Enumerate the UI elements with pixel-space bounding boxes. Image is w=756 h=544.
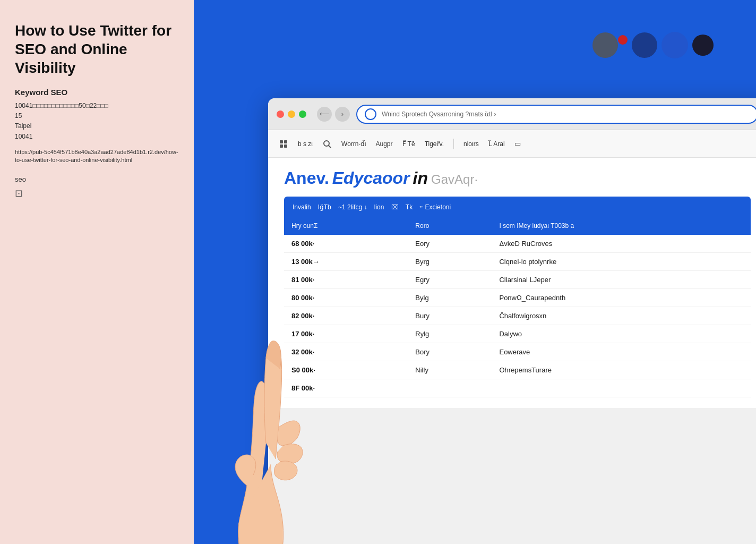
sidebar-meta: 10041□□□□□□□□□□□□50□22□□□ 15 Taipei 1004… <box>15 101 179 142</box>
heading-part2: Edycaoor <box>332 168 410 188</box>
meta-line2: 15 <box>15 112 22 120</box>
decor-circle-3 <box>632 32 657 58</box>
hand-group <box>235 341 303 544</box>
toolbar-btn-worn-ji[interactable]: Worrn·d̈ι <box>341 140 366 148</box>
table-row: 68 00k·EoryΔvkeD RuCroves <box>284 235 751 253</box>
table-cell-0-2: ΔvkeD RuCroves <box>492 235 751 253</box>
toolbar-btn-nloirs[interactable]: nloιrs <box>463 140 479 148</box>
toolbar-divider <box>453 139 454 149</box>
svg-rect-3 <box>284 144 287 148</box>
meta-postal: 10041 <box>15 133 32 140</box>
table-cell-0-1: Eory <box>408 235 492 253</box>
table-cell-3-1: Bylg <box>408 289 492 307</box>
page-heading: Anev. Edycaoor in GavAqr· <box>284 168 751 188</box>
toolbar-icon-3[interactable]: ▭ <box>514 140 521 148</box>
table-cell-0-0: 68 00k· <box>284 235 408 253</box>
browser-nav: ⟵ › <box>317 107 350 122</box>
table-cell-6-1: Bory <box>408 343 492 361</box>
svg-rect-1 <box>284 140 287 143</box>
svg-rect-0 <box>280 140 283 143</box>
address-icon <box>365 108 376 120</box>
table-head: Hry ounΣ Roro I sem IMey iudyaι T003b a <box>284 217 751 235</box>
traffic-lights <box>277 110 306 118</box>
table-cell-5-2: Dalywo <box>492 325 751 343</box>
hand-illustration <box>210 268 358 544</box>
table-cell-1-2: Clqnei-lo ptolynrke <box>492 253 751 271</box>
top-decorations <box>592 32 714 58</box>
heading-part4: GavAqr· <box>431 172 478 187</box>
decor-circle-5 <box>692 35 714 56</box>
decor-circle-4 <box>662 32 688 58</box>
hand-svg <box>210 268 358 544</box>
col-header-3: I sem IMey iudyaι T003b a <box>492 217 751 235</box>
table-cell-7-2: OhrepemsTurare <box>492 361 751 379</box>
table-cell-8-2 <box>492 379 751 397</box>
table-cell-7-1: Nilly <box>408 361 492 379</box>
table-header-bar: Invalih lg̈Tb ~1 2lifcg ↓ lion ⌧ Tk ≈ Ex… <box>284 197 751 217</box>
heading-part1: Anev. <box>284 168 329 188</box>
decor-circle-2 <box>618 35 628 45</box>
table-cell-6-2: Eowerave <box>492 343 751 361</box>
sidebar-tag-icon: ⊡ <box>15 188 179 199</box>
forward-button[interactable]: › <box>335 107 350 122</box>
table-cell-4-2: Čhalfowigrosxn <box>492 307 751 325</box>
table-cell-3-2: PonwΩ_Caurapednth <box>492 289 751 307</box>
table-cell-1-1: Byrg <box>408 253 492 271</box>
browser-chrome: ⟵ › Wnind Sprotech Qvsarroning ?rnats α̈… <box>268 98 756 130</box>
table-cell-8-1 <box>408 379 492 397</box>
meta-chars: □□□□□□□□□□□□50□22□□□ <box>32 102 108 109</box>
toolbar-btn-1[interactable]: b s zι <box>298 140 313 148</box>
col-header-2: Roro <box>408 217 492 235</box>
toolbar-btn-aral[interactable]: L̈ Aral <box>488 140 505 148</box>
sidebar: How to Use Twitter for SEO and Online Vi… <box>0 0 194 544</box>
table-cell-5-1: Rylg <box>408 325 492 343</box>
heading-part3: in <box>413 168 428 188</box>
sidebar-title: How to Use Twitter for SEO and Online Vi… <box>15 21 179 77</box>
meta-line1: 10041 <box>15 102 32 109</box>
meta-city: Taipei <box>15 122 31 130</box>
browser-toolbar: b s zι Worrn·d̈ι Augpr F̈ Tē Tiger̈v. nl… <box>268 130 756 158</box>
sidebar-tag: seo <box>15 175 179 183</box>
back-button[interactable]: ⟵ <box>317 107 332 122</box>
toolbar-icon-1[interactable] <box>279 139 288 149</box>
decor-circle-1 <box>592 32 618 58</box>
table-header-row: Hry ounΣ Roro I sem IMey iudyaι T003b a <box>284 217 751 235</box>
close-button[interactable] <box>277 110 284 118</box>
table-cell-2-1: Egry <box>408 271 492 289</box>
toolbar-btn-tiger[interactable]: Tiger̈v. <box>425 140 444 148</box>
sidebar-url[interactable]: https://pub-5c454f571b8e40a3a2aad27ade84… <box>15 148 179 165</box>
table-sub-heading: Invalih lg̈Tb ~1 2lifcg ↓ lion ⌧ Tk ≈ Ex… <box>293 203 451 211</box>
address-text: Wnind Sprotech Qvsarroning ?rnats α̈tl › <box>382 110 750 118</box>
toolbar-btn-augpr[interactable]: Augpr <box>375 140 392 148</box>
main-area: ⟵ › Wnind Sprotech Qvsarroning ?rnats α̈… <box>194 0 756 544</box>
col-header-1: Hry ounΣ <box>284 217 408 235</box>
maximize-button[interactable] <box>299 110 306 118</box>
minimize-button[interactable] <box>288 110 295 118</box>
svg-rect-2 <box>280 144 283 148</box>
address-bar[interactable]: Wnind Sprotech Qvsarroning ?rnats α̈tl › <box>356 105 756 124</box>
toolbar-icon-2[interactable] <box>322 139 332 149</box>
table-cell-4-1: Bury <box>408 307 492 325</box>
table-cell-2-2: Cllarsinal LJeper <box>492 271 751 289</box>
sidebar-keyword: Keyword SEO <box>15 88 179 97</box>
toolbar-btn-to[interactable]: F̈ Tē <box>402 140 415 148</box>
